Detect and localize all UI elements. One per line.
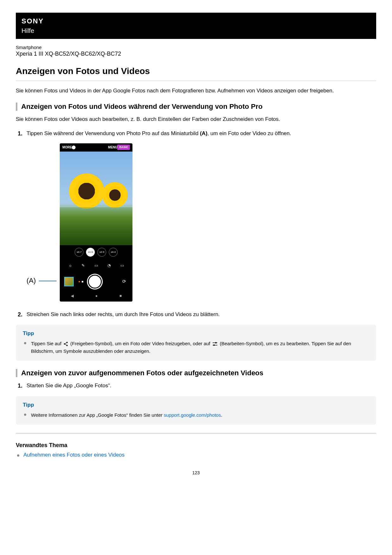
- related-link[interactable]: Aufnehmen eines Fotos oder eines Videos: [23, 452, 125, 458]
- settings-dot-icon: [72, 146, 76, 149]
- svg-line-3: [65, 343, 67, 344]
- thumbnail-a: [64, 277, 74, 286]
- switch-camera-icon: ⟳: [120, 278, 128, 285]
- svg-rect-8: [214, 345, 215, 346]
- related-heading: Verwandtes Thema: [16, 442, 376, 449]
- aspect-icon: ▭: [120, 263, 124, 268]
- tip-item: Weitere Informationen zur App „Google Fo…: [28, 411, 369, 419]
- mode-indicator: ● ■: [78, 279, 83, 284]
- related-item: Aufnehmen eines Fotos oder eines Videos: [21, 452, 376, 458]
- tip-list: Tippen Sie auf (Freigeben-Symbol), um ei…: [23, 340, 369, 355]
- foliage: [60, 207, 132, 245]
- nav-row: ◀ ● ■: [60, 291, 132, 300]
- settings-icon-row: ☼ ✎ ▭ ◔ ▭: [60, 260, 132, 271]
- mode-badge: BASIC: [117, 145, 130, 150]
- zoom-option: x2.9: [97, 248, 106, 257]
- steps-list-2: Starten Sie die App „Google Fotos“.: [16, 382, 376, 390]
- viewfinder: [60, 152, 132, 245]
- tip2-before: Weitere Informationen zur App „Google Fo…: [31, 412, 164, 418]
- divider: [16, 81, 376, 81]
- edit-sliders-icon: [212, 341, 218, 346]
- nav-back-icon: ◀: [71, 293, 74, 299]
- svg-line-4: [65, 344, 67, 345]
- shutter-button-icon: [88, 275, 102, 289]
- step-2: Streichen Sie nach links oder rechts, um…: [16, 310, 376, 319]
- svg-point-1: [64, 343, 65, 345]
- support-link[interactable]: support.google.com/photos: [164, 412, 221, 418]
- step-1: Tippen Sie während der Verwendung von Ph…: [16, 129, 376, 302]
- help-label: Hilfe: [21, 27, 371, 34]
- step1-text-before: Tippen Sie während der Verwendung von Ph…: [27, 130, 200, 136]
- tip2-after: .: [221, 412, 222, 418]
- figure: (A) MORE MENU BASIC x0.7 x1.0: [27, 143, 376, 302]
- callout-line: [39, 281, 57, 281]
- phone-topbar: MORE MENU BASIC: [60, 143, 132, 152]
- tip-title: Tipp: [23, 402, 369, 408]
- section2-heading: Anzeigen von zuvor aufgenommenen Fotos o…: [16, 369, 376, 377]
- tip1-before: Tippen Sie auf: [31, 341, 63, 346]
- drop-icon: ✎: [82, 263, 85, 268]
- svg-rect-7: [216, 342, 217, 344]
- drive-mode-icon: ▭: [95, 263, 98, 268]
- tip-box-2: Tipp Weitere Informationen zur App „Goog…: [16, 396, 376, 425]
- timer-icon: ◔: [107, 263, 111, 268]
- tip-box-1: Tipp Tippen Sie auf (Freigeben-Symbol), …: [16, 325, 376, 361]
- capture-row: ● ■ ⟳: [60, 273, 132, 290]
- menu-label: MENU: [108, 145, 117, 150]
- callout-a-label: (A): [27, 275, 36, 302]
- phone-screenshot: MORE MENU BASIC x0.7 x1.0 x2.9 x4.4: [60, 143, 132, 302]
- more-label: MORE: [62, 145, 72, 150]
- nav-recent-icon: ■: [119, 293, 122, 299]
- svg-point-2: [66, 345, 68, 346]
- step-1b: Starten Sie die App „Google Fotos“.: [16, 382, 376, 390]
- zoom-option: x1.0: [86, 248, 95, 257]
- zoom-option: x4.4: [109, 248, 118, 257]
- device-model: Xperia 1 III XQ-BC52/XQ-BC62/XQ-BC72: [16, 51, 376, 57]
- nav-home-icon: ●: [95, 293, 98, 299]
- page-number: 123: [16, 470, 376, 475]
- share-icon: [63, 341, 68, 346]
- zoom-option: x0.7: [75, 248, 83, 257]
- svg-point-0: [66, 342, 68, 343]
- section1-paragraph: Sie können Fotos oder Videos auch bearbe…: [16, 115, 376, 123]
- section1-heading: Anzeigen von Fotos und Videos während de…: [16, 103, 376, 111]
- page-title: Anzeigen von Fotos und Videos: [16, 66, 376, 76]
- tip-list: Weitere Informationen zur App „Google Fo…: [23, 411, 369, 419]
- intro-text: Sie können Fotos und Videos in der App G…: [16, 87, 376, 95]
- sunflower-icon: [69, 174, 104, 209]
- zoom-row: x0.7 x1.0 x2.9 x4.4: [60, 246, 132, 258]
- steps-list-1: Tippen Sie während der Verwendung von Ph…: [16, 129, 376, 318]
- tip1-mid: (Freigeben-Symbol), um ein Foto oder Vid…: [70, 341, 212, 346]
- breadcrumb: Smartphone: [16, 45, 376, 50]
- brightness-icon: ☼: [69, 263, 72, 268]
- section-divider: [16, 433, 376, 434]
- sunflower-icon: [103, 183, 127, 207]
- step1-text-after: , um ein Foto oder Video zu öffnen.: [207, 130, 291, 136]
- header-bar: SONY Hilfe: [16, 13, 376, 39]
- step1-bold: (A): [200, 130, 207, 136]
- brand-logo: SONY: [21, 17, 371, 25]
- tip-title: Tipp: [23, 330, 369, 337]
- related-list: Aufnehmen eines Fotos oder eines Videos: [16, 452, 376, 458]
- tip-item: Tippen Sie auf (Freigeben-Symbol), um ei…: [28, 340, 369, 355]
